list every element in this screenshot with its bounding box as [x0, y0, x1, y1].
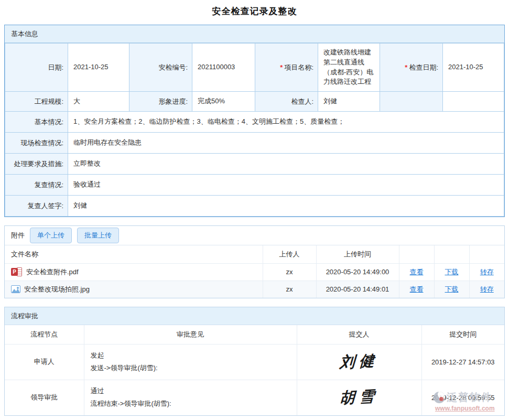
table-row: 复查人签字: 刘健	[5, 196, 504, 217]
progress-value: 完成50%	[192, 92, 255, 112]
view-link[interactable]: 查看	[410, 268, 424, 276]
submit-time: 2019-12-27 14:57:03	[421, 344, 504, 380]
col-opinion: 审批意见	[84, 325, 297, 344]
file-name[interactable]: 安全检查附件.pdf	[26, 267, 79, 277]
flow-node: 申请人	[5, 344, 84, 380]
attachments-header: 附件 单个上传 批量上传	[5, 226, 504, 245]
recheck-value: 验收通过	[68, 175, 504, 196]
col-submitter: 提交人	[297, 325, 421, 344]
approval-section: 流程审批 流程节点 审批意见 提交人 提交时间 申请人 发起 发送->领导审批(…	[4, 307, 505, 416]
upload-time: 2020-05-20 14:49:00	[316, 263, 399, 281]
attachment-row: 安全整改现场拍照.jpg zx 2020-05-20 14:49:01 查看 下…	[5, 281, 504, 298]
col-upload-time: 上传时间	[316, 245, 399, 263]
approval-section-title: 流程审批	[5, 307, 504, 325]
table-row: 工程规模: 大 形象进度: 完成50% 检查人: 刘健	[5, 92, 504, 112]
recheck-label: 复查情况:	[5, 175, 68, 196]
col-submit-time: 提交时间	[421, 325, 504, 344]
date-label: 日期:	[5, 44, 68, 92]
date-value: 2021-10-25	[68, 44, 129, 92]
uploader: zx	[263, 263, 316, 281]
project-scale-value: 大	[68, 92, 129, 112]
approval-opinion: 发起 发送->领导审批(胡雪):	[84, 344, 297, 380]
image-file-icon	[11, 285, 20, 293]
basic-info-section: 基本信息 日期: 2021-10-25 安检编号: 2021100003 *项目…	[4, 25, 505, 217]
page-title: 安全检查记录及整改	[4, 0, 505, 25]
table-row: 复查情况: 验收通过	[5, 175, 504, 196]
upload-time: 2020-05-20 14:49:01	[316, 281, 399, 298]
inspection-no-label: 安检编号:	[129, 44, 192, 92]
flow-node: 领导审批	[5, 380, 84, 415]
empty-label-cell	[380, 92, 443, 112]
approval-table: 流程节点 审批意见 提交人 提交时间 申请人 发起 发送->领导审批(胡雪): …	[5, 325, 504, 415]
save-as-link[interactable]: 转存	[480, 268, 494, 276]
col-action-2	[434, 245, 469, 263]
project-name-value: 改建铁路线增建第二线直通线（成都-西安）电力线路迁改工程	[318, 44, 380, 92]
measures-value: 立即整改	[68, 154, 504, 175]
pdf-file-icon: P	[11, 267, 23, 276]
attachment-row: P 安全检查附件.pdf zx 2020-05-20 14:49:00 查看 下…	[5, 263, 504, 281]
view-link[interactable]: 查看	[410, 285, 424, 293]
submitter-signature: 刘健	[339, 350, 379, 373]
required-asterisk: *	[405, 63, 407, 71]
approval-row: 申请人 发起 发送->领导审批(胡雪): 刘健 2019-12-27 14:57…	[5, 344, 504, 380]
submit-time: 2019-12-28 09:59:55	[421, 380, 504, 415]
empty-value-cell	[443, 92, 504, 112]
site-check-value: 临时用电存在安全隐患	[68, 133, 504, 154]
file-name[interactable]: 安全整改现场拍照.jpg	[24, 285, 90, 294]
single-upload-button[interactable]: 单个上传	[30, 228, 72, 243]
save-as-link[interactable]: 转存	[480, 285, 494, 293]
approval-opinion: 通过 流程结束->领导审批(胡雪):	[84, 380, 297, 415]
check-date-value: 2021-10-25	[443, 44, 504, 92]
col-action-1	[399, 245, 434, 263]
project-name-label: *项目名称:	[255, 44, 318, 92]
attachments-section: 附件 单个上传 批量上传 文件名称 上传人 上传时间 P 安	[4, 225, 505, 298]
progress-label: 形象进度:	[129, 92, 192, 112]
approval-table-header: 流程节点 审批意见 提交人 提交时间	[5, 325, 504, 344]
basic-info-table: 日期: 2021-10-25 安检编号: 2021100003 *项目名称: 改…	[5, 43, 504, 217]
col-flow-node: 流程节点	[5, 325, 84, 344]
basic-info-section-title: 基本信息	[5, 25, 504, 43]
basic-situation-label: 基本情况:	[5, 112, 68, 133]
table-row: 处理要求及措施: 立即整改	[5, 154, 504, 175]
attachments-table-header: 文件名称 上传人 上传时间	[5, 245, 504, 263]
table-row: 基本情况: 1、安全月方案检查；2、临边防护检查；3、临电检查；4、文明施工检查…	[5, 112, 504, 133]
approval-row: 领导审批 通过 流程结束->领导审批(胡雪): 胡雪 2019-12-28 09…	[5, 380, 504, 415]
recheck-sign-label: 复查人签字:	[5, 196, 68, 217]
check-date-label: *检查日期:	[380, 44, 443, 92]
col-file-name: 文件名称	[5, 245, 263, 263]
table-row: 现场检查情况: 临时用电存在安全隐患	[5, 133, 504, 154]
inspector-value: 刘健	[318, 92, 380, 112]
submitter-signature: 胡雪	[339, 386, 379, 409]
basic-situation-value: 1、安全月方案检查；2、临边防护检查；3、临电检查；4、文明施工检查；5、质量检…	[68, 112, 504, 133]
inspector-label: 检查人:	[255, 92, 318, 112]
attachments-table: 文件名称 上传人 上传时间 P 安全检查附件.pdf zx 2020-05-20…	[5, 245, 504, 298]
inspection-no-value: 2021100003	[192, 44, 255, 92]
recheck-sign-value: 刘健	[68, 196, 504, 217]
page-root: 安全检查记录及整改 基本信息 日期: 2021-10-25 安检编号: 2021…	[0, 0, 509, 416]
download-link[interactable]: 下载	[445, 268, 459, 276]
download-link[interactable]: 下载	[445, 285, 459, 293]
required-asterisk: *	[280, 63, 283, 71]
site-check-label: 现场检查情况:	[5, 133, 68, 154]
measures-label: 处理要求及措施:	[5, 154, 68, 175]
uploader: zx	[263, 281, 316, 298]
table-row: 日期: 2021-10-25 安检编号: 2021100003 *项目名称: 改…	[5, 44, 504, 92]
col-uploader: 上传人	[263, 245, 316, 263]
col-action-3	[469, 245, 504, 263]
attachments-title: 附件	[11, 231, 25, 240]
project-scale-label: 工程规模:	[5, 92, 68, 112]
batch-upload-button[interactable]: 批量上传	[77, 228, 119, 243]
